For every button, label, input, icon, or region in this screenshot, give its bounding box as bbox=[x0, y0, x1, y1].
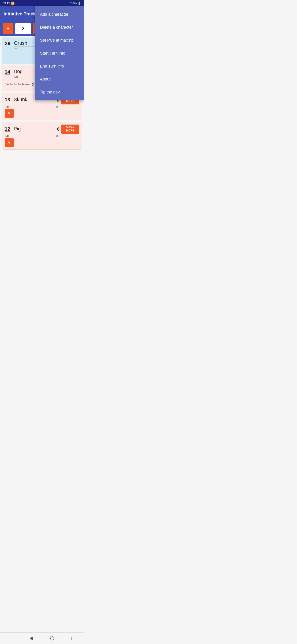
menu-item-set-pcs-max-hp[interactable]: Set PCs at max hp bbox=[35, 34, 84, 47]
char-expand-skunk[interactable]: V bbox=[5, 109, 14, 118]
char-hp-pig: 6 bbox=[57, 126, 59, 132]
battery-icon: 🔋 bbox=[77, 2, 81, 5]
dropdown-menu: Add a character Delete a character Set P… bbox=[35, 6, 84, 100]
char-hp-label-pig: HP bbox=[56, 134, 59, 137]
status-icons: 📶 bbox=[11, 2, 14, 5]
round-input[interactable] bbox=[15, 23, 31, 34]
char-show-more-pig[interactable]: SHOW MORE bbox=[61, 124, 79, 134]
char-name-pig: Pig bbox=[14, 126, 55, 132]
menu-item-about[interactable]: About bbox=[35, 73, 84, 86]
char-init-label-skunk: INIT bbox=[5, 105, 9, 108]
menu-item-tip-dev[interactable]: Tip the dev bbox=[35, 86, 84, 98]
pig-right: 6 bbox=[57, 126, 59, 132]
debuffs-text-dog: (De)buffs: frightened (2) bbox=[5, 82, 35, 86]
char-expand-pig[interactable]: V bbox=[5, 138, 14, 147]
status-battery: 100% bbox=[69, 2, 77, 5]
char-hp-label-skunk: HP bbox=[56, 105, 59, 108]
char-init-pig: 12 bbox=[5, 126, 12, 132]
status-time: 09:15 bbox=[3, 2, 10, 5]
status-bar: 09:15 📶 100% 🔋 bbox=[0, 0, 84, 6]
char-init-skunk: 13 bbox=[5, 97, 12, 103]
menu-item-add-character[interactable]: Add a character bbox=[35, 8, 84, 21]
pig-left: 12 Pig 6 SHOW MORE INIT HP V bbox=[5, 124, 79, 147]
char-init-label-pig: INIT bbox=[5, 134, 9, 137]
menu-item-end-turn[interactable]: End Turn info bbox=[35, 60, 84, 73]
char-init-grush: 26 bbox=[5, 41, 12, 46]
menu-item-delete-character[interactable]: Delete a character bbox=[35, 21, 84, 34]
menu-item-start-turn[interactable]: Start Turn info bbox=[35, 47, 84, 60]
add-round-button[interactable]: + bbox=[3, 23, 13, 34]
char-init-dog: 14 bbox=[5, 69, 12, 75]
character-card-pig: 12 Pig 6 SHOW MORE INIT HP V bbox=[2, 122, 82, 150]
pig-main-row: 12 Pig 6 SHOW MORE INIT HP V bbox=[5, 124, 79, 147]
